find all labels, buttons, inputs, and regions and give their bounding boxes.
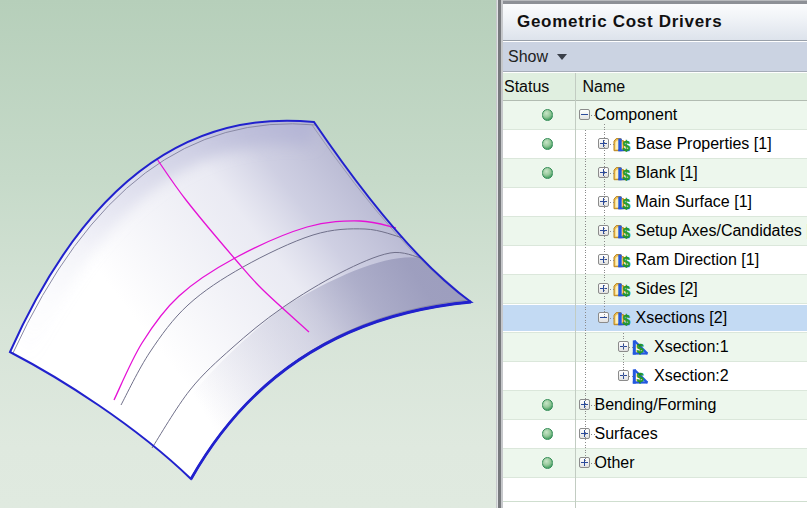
svg-text:$: $ [622, 313, 630, 326]
svg-text:$: $ [622, 168, 630, 181]
svg-text:$: $ [636, 341, 644, 355]
svg-text:$: $ [622, 197, 630, 210]
svg-text:$: $ [622, 255, 630, 268]
svg-text:$: $ [622, 139, 630, 152]
svg-text:$: $ [622, 226, 630, 239]
svg-text:$: $ [622, 284, 630, 297]
svg-text:$: $ [636, 370, 644, 384]
